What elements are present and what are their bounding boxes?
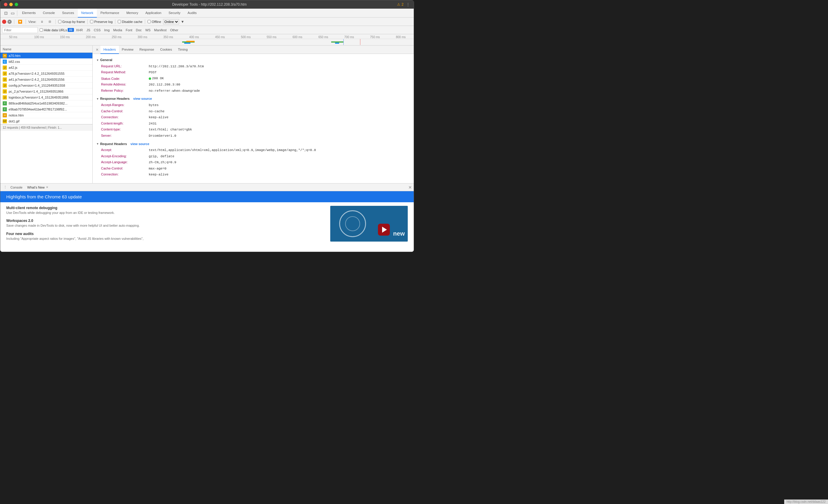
filter-css[interactable]: CSS: [92, 28, 102, 32]
file-item-pc2[interactable]: J pc_2.js?version=1.4_1512649351866: [0, 88, 92, 94]
filter-font[interactable]: Font: [124, 28, 134, 32]
preserve-log-label[interactable]: Preserve log: [90, 20, 113, 24]
file-item-xhr2[interactable]: ≡ e9bab7078594ee61be4f27f817198f92...: [0, 106, 92, 112]
file-item-a70[interactable]: H a70.htm: [0, 53, 92, 59]
general-section-header[interactable]: ▼ General: [96, 57, 410, 63]
filter-ws[interactable]: WS: [144, 28, 152, 32]
filter-all-tag[interactable]: All: [68, 28, 74, 32]
file-item-loginbox[interactable]: J loginbox.js?version=1.4_1512649351866: [0, 94, 92, 100]
file-icon-js2: J: [3, 72, 7, 76]
filter-media[interactable]: Media: [112, 28, 124, 32]
more-menu-icon[interactable]: ⋮: [406, 2, 410, 7]
bottom-panel-close-icon[interactable]: ✕: [408, 185, 412, 190]
request-view-source-link[interactable]: view source: [130, 141, 149, 147]
file-item-a41[interactable]: J a41.js?version=2.4.2_1512649351556: [0, 77, 92, 83]
tab-timing[interactable]: Timing: [175, 46, 191, 54]
separator5: [115, 19, 115, 24]
throttle-arrow-icon[interactable]: ▼: [181, 20, 184, 24]
request-method-row: Request Method: POST: [96, 70, 410, 76]
file-item-xhr1[interactable]: ≡ 889ced8466dd254ce1e651983409382...: [0, 100, 92, 106]
tl-300ms: 300 ms: [129, 36, 155, 39]
file-icon-js4: J: [3, 83, 7, 88]
filter-manifest[interactable]: Manifest: [153, 28, 168, 32]
response-headers-section[interactable]: ▼ Response Headers view source: [96, 96, 410, 102]
file-item-a78[interactable]: J a78.js?version=2.4.2_1512649351555: [0, 71, 92, 77]
tab-headers[interactable]: Headers: [100, 46, 119, 54]
file-list-footer: 12 requests | 459 KB transferred | Finis…: [0, 124, 92, 131]
detail-close-icon[interactable]: ✕: [94, 48, 100, 52]
filter-icon[interactable]: 🔽: [17, 18, 23, 25]
video-thumbnail[interactable]: new: [330, 206, 408, 241]
file-item-config[interactable]: J config.js?version=1.4_1512649351558: [0, 83, 92, 88]
file-item-notice[interactable]: H notice.htm: [0, 112, 92, 118]
hide-data-urls-label[interactable]: Hide data URLs: [40, 28, 67, 32]
play-button[interactable]: [378, 224, 390, 236]
bottom-tab-console[interactable]: Console: [8, 183, 25, 191]
warning-triangle-icon: ⚠: [397, 2, 400, 7]
record-button[interactable]: [2, 20, 6, 24]
request-url-value: http://202.112.208.3/a70.htm: [149, 64, 204, 70]
preserve-log-checkbox[interactable]: [90, 20, 93, 23]
tab-application[interactable]: Application: [142, 9, 165, 17]
network-throttle-select[interactable]: Online: [163, 19, 179, 25]
status-code-label: Status Code:: [101, 76, 149, 82]
feature-item-1: Workspaces 2.0 Save changes made in DevT…: [6, 219, 324, 228]
tab-sources[interactable]: Sources: [58, 9, 78, 17]
tab-memory[interactable]: Memory: [123, 9, 142, 17]
maximize-button[interactable]: [14, 3, 18, 6]
tab-security[interactable]: Security: [165, 9, 184, 17]
disable-cache-checkbox[interactable]: [118, 20, 121, 23]
tab-audits[interactable]: Audits: [184, 9, 200, 17]
inspect-icon[interactable]: ⊡: [3, 10, 9, 16]
filter-img[interactable]: Img: [102, 28, 111, 32]
hide-data-urls-checkbox[interactable]: [40, 28, 43, 32]
group-by-frame-checkbox[interactable]: [58, 20, 61, 23]
main-content-area: Name H a70.htm C b82.css J a42.js J a7: [0, 46, 414, 183]
whats-new-close-tab-icon[interactable]: ✕: [46, 186, 48, 189]
tab-preview[interactable]: Preview: [119, 46, 136, 54]
group-by-frame-label[interactable]: Group by frame: [58, 20, 85, 24]
referrer-policy-label: Referrer Policy:: [101, 88, 149, 94]
server-val: DrcomServer1.0: [149, 133, 176, 139]
file-icon-xhr2: ≡: [3, 107, 7, 111]
offline-checkbox[interactable]: [148, 20, 151, 23]
stop-button[interactable]: ✕: [7, 20, 12, 24]
file-icon-xhr1: ≡: [3, 101, 7, 105]
disable-cache-label[interactable]: Disable cache: [118, 20, 142, 24]
list-view-icon[interactable]: ≡: [39, 18, 45, 25]
general-arrow-icon: ▼: [96, 58, 99, 62]
device-icon[interactable]: ▭: [9, 10, 16, 16]
request-method-value: POST: [149, 70, 157, 75]
file-item-a42[interactable]: J a42.js: [0, 65, 92, 71]
offline-label[interactable]: Offline: [148, 20, 161, 24]
grid-view-icon[interactable]: ⊟: [46, 18, 53, 25]
file-name-dot1: dot1.gif: [9, 120, 90, 123]
warning-badge: ⚠ 2: [397, 2, 404, 7]
filter-xhr[interactable]: XHR: [75, 28, 84, 32]
file-icon-css: C: [3, 59, 7, 64]
filter-input[interactable]: [2, 27, 38, 33]
bottom-menu-icon[interactable]: ⋮: [2, 184, 8, 190]
bottom-tab-whats-new[interactable]: What's New ✕: [25, 183, 50, 191]
request-headers-section[interactable]: ▼ Request Headers view source: [96, 141, 410, 147]
file-name-loginbox: loginbox.js?version=1.4_1512649351866: [9, 96, 90, 99]
close-button[interactable]: [4, 3, 7, 6]
tab-performance[interactable]: Performance: [97, 9, 123, 17]
tab-cookies[interactable]: Cookies: [157, 46, 175, 54]
file-name-config: config.js?version=1.4_1512649351558: [9, 84, 90, 87]
filter-js[interactable]: JS: [85, 28, 92, 32]
whats-new-body: Multi-client remote debugging Use DevToo…: [0, 202, 414, 248]
tab-elements[interactable]: Elements: [18, 9, 39, 17]
tab-console[interactable]: Console: [39, 9, 58, 17]
file-item-b82[interactable]: C b82.css: [0, 59, 92, 65]
accept-encoding-key: Accept-Encoding:: [101, 154, 149, 159]
response-view-source-link[interactable]: view source: [133, 96, 152, 102]
file-item-dot1[interactable]: GIF dot1.gif: [0, 118, 92, 124]
tab-response[interactable]: Response: [136, 46, 157, 54]
filter-other[interactable]: Other: [169, 28, 180, 32]
filter-doc[interactable]: Doc: [134, 28, 143, 32]
tab-network[interactable]: Network: [78, 9, 97, 17]
minimize-button[interactable]: [9, 3, 13, 6]
waterfall-bar-5: [335, 43, 339, 44]
detail-tabs: ✕ Headers Preview Response Cookies Timin…: [93, 46, 414, 54]
